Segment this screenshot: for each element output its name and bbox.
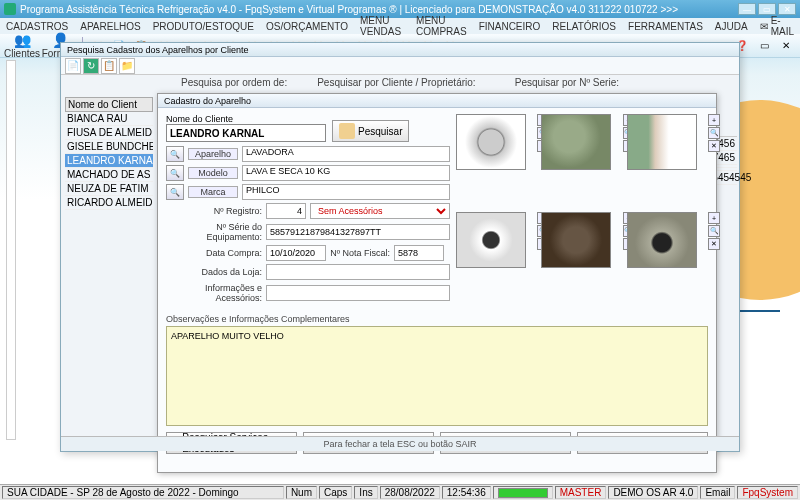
toolbar-clientes[interactable]: 👥Clientes — [4, 32, 40, 59]
input-dados-loja[interactable] — [266, 264, 450, 280]
input-nome-cliente[interactable] — [166, 124, 326, 142]
photo-add-icon[interactable]: + — [708, 212, 720, 224]
sub-tool-refresh[interactable]: ↻ — [83, 58, 99, 74]
appliance-photo-1[interactable] — [456, 114, 526, 170]
menu-ajuda[interactable]: AJUDA — [715, 21, 748, 32]
appliance-photo-2[interactable] — [541, 114, 611, 170]
client-item-selected[interactable]: LEANDRO KARNA — [65, 154, 153, 168]
client-item[interactable]: RICARDO ALMEID — [65, 196, 153, 210]
status-master: MASTER — [555, 486, 607, 499]
client-list: Nome do Client BIANCA RAU FIUSA DE ALMEI… — [65, 97, 153, 210]
label-info-acess: Informações e Acessórios: — [166, 283, 262, 303]
sub-tool-4[interactable]: 📁 — [119, 58, 135, 74]
footer-hint: Para fechar a tela ESC ou botão SAIR — [61, 436, 739, 451]
client-item[interactable]: MACHADO DE AS — [65, 168, 153, 182]
menu-compras[interactable]: MENU COMPRAS — [416, 15, 467, 37]
value-aparelho: LAVADORA — [242, 146, 450, 162]
value-modelo: LAVA E SECA 10 KG — [242, 165, 450, 181]
appliance-photo-6[interactable] — [627, 212, 697, 268]
appliance-photo-5[interactable] — [541, 212, 611, 268]
lookup-aparelho[interactable]: 🔍 — [166, 146, 184, 162]
menu-vendas[interactable]: MENU VENDAS — [360, 15, 404, 37]
app-title: Programa Assistência Técnica Refrigeraçã… — [20, 4, 738, 15]
menu-cadastros[interactable]: CADASTROS — [6, 21, 68, 32]
input-nota-fiscal[interactable] — [394, 245, 444, 261]
client-item[interactable]: FIUSA DE ALMEID — [65, 126, 153, 140]
client-item[interactable]: BIANCA RAU — [65, 112, 153, 126]
search-labels-row: Pesquisa por ordem de: Pesquisar por Cli… — [61, 75, 739, 90]
status-city: SUA CIDADE - SP 28 de Agosto de 2022 - D… — [2, 486, 284, 499]
form-area: Nome do Cliente Pesquisar 🔍 Aparelho LAV… — [158, 108, 716, 312]
client-item[interactable]: GISELE BUNDCHE — [65, 140, 153, 154]
photo-zoom-icon[interactable]: 🔍 — [708, 127, 720, 139]
progress-bar — [498, 488, 548, 498]
menu-ferramentas[interactable]: FERRAMENTAS — [628, 21, 703, 32]
label-serie: Nº Série do Equipamento: — [166, 222, 262, 242]
search-window-title: Pesquisa Cadastro dos Aparelhos por Clie… — [61, 43, 739, 57]
label-ordem: Pesquisa por ordem de: — [181, 77, 287, 88]
lookup-modelo[interactable]: 🔍 — [166, 165, 184, 181]
sub-tool-new[interactable]: 📄 — [65, 58, 81, 74]
status-ins: Ins — [354, 486, 377, 499]
menu-relatorios[interactable]: RELATÓRIOS — [552, 21, 616, 32]
label-nome-cliente: Nome do Cliente — [166, 114, 326, 124]
background-line — [740, 310, 780, 312]
label-registro: Nº Registro: — [166, 206, 262, 216]
label-serie: Pesquisar por Nº Serie: — [515, 77, 619, 88]
search-window: Pesquisa Cadastro dos Aparelhos por Clie… — [60, 42, 740, 452]
close-button[interactable]: ✕ — [778, 3, 796, 15]
left-gutter — [6, 60, 16, 440]
menu-produto[interactable]: PRODUTO/ESTOQUE — [153, 21, 254, 32]
statusbar: SUA CIDADE - SP 28 de Agosto de 2022 - D… — [0, 484, 800, 500]
pesquisar-button[interactable]: Pesquisar — [332, 120, 409, 142]
label-marca: Marca — [188, 186, 238, 198]
input-registro[interactable] — [266, 203, 306, 219]
dropdown-acessorios[interactable]: Sem Acessórios — [310, 203, 450, 219]
app-icon — [4, 3, 16, 15]
label-modelo: Modelo — [188, 167, 238, 179]
search-window-toolbar: 📄 ↻ 📋 📁 — [61, 57, 739, 75]
status-caps: Caps — [319, 486, 352, 499]
label-nota-fiscal: Nº Nota Fiscal: — [330, 248, 390, 258]
menu-financeiro[interactable]: FINANCEIRO — [479, 21, 541, 32]
photo-zoom-icon[interactable]: 🔍 — [708, 225, 720, 237]
photo-del-icon[interactable]: ✕ — [708, 140, 720, 152]
photo-grid: +🔍✕ +🔍✕ +🔍✕ +🔍✕ +🔍✕ +🔍✕ — [456, 114, 708, 306]
value-marca: PHILCO — [242, 184, 450, 200]
label-observacoes: Observações e Informações Complementares — [158, 312, 716, 326]
appliance-dialog: Cadastro do Aparelho Nome do Cliente Pes… — [157, 93, 717, 473]
minimize-button[interactable]: — — [738, 3, 756, 15]
status-date: 28/08/2022 — [380, 486, 440, 499]
menu-os[interactable]: OS/ORÇAMENTO — [266, 21, 348, 32]
photo-del-icon[interactable]: ✕ — [708, 238, 720, 250]
status-demo: DEMO OS AR 4.0 — [608, 486, 698, 499]
status-progress — [493, 486, 553, 499]
menu-email[interactable]: ✉ E-MAIL — [760, 15, 794, 37]
search-person-icon — [339, 123, 355, 139]
label-aparelho: Aparelho — [188, 148, 238, 160]
input-data-compra[interactable] — [266, 245, 326, 261]
input-info-acess[interactable] — [266, 285, 450, 301]
appliance-photo-4[interactable] — [456, 212, 526, 268]
appliance-photo-3[interactable] — [627, 114, 697, 170]
window-controls: — ▭ ✕ — [738, 3, 796, 15]
status-num: Num — [286, 486, 317, 499]
client-item[interactable]: NEUZA DE FATIM — [65, 182, 153, 196]
sub-tool-3[interactable]: 📋 — [101, 58, 117, 74]
label-data-compra: Data Compra: — [166, 248, 262, 258]
status-email[interactable]: Email — [700, 486, 735, 499]
input-serie[interactable] — [266, 224, 450, 240]
menu-aparelhos[interactable]: APARELHOS — [80, 21, 140, 32]
textarea-observacoes[interactable]: APARELHO MUITO VELHO — [166, 326, 708, 426]
main-menubar: CADASTROS APARELHOS PRODUTO/ESTOQUE OS/O… — [0, 18, 800, 34]
status-fpq[interactable]: FpqSystem — [737, 486, 798, 499]
lookup-marca[interactable]: 🔍 — [166, 184, 184, 200]
status-time: 12:54:36 — [442, 486, 491, 499]
dialog-title: Cadastro do Aparelho — [158, 94, 716, 108]
label-dados-loja: Dados da Loja: — [166, 267, 262, 277]
maximize-button[interactable]: ▭ — [758, 3, 776, 15]
label-cliente: Pesquisar por Cliente / Proprietário: — [317, 77, 475, 88]
toolbar-close-icon[interactable]: ✕ — [776, 36, 796, 56]
toolbar-window-icon[interactable]: ▭ — [754, 36, 774, 56]
photo-add-icon[interactable]: + — [708, 114, 720, 126]
